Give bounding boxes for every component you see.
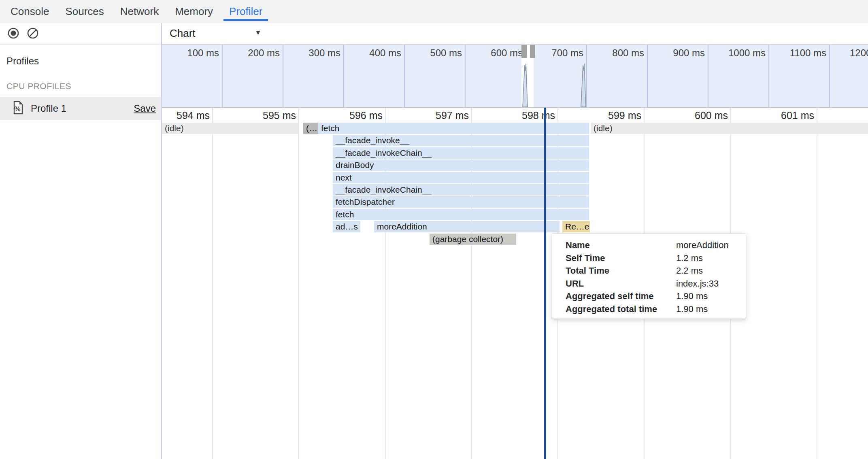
flame-frame-facade-invokechain[interactable]: __facade_invokeChain__ (333, 184, 589, 196)
cpu-activity-spikes (162, 45, 868, 108)
profile-name: Profile 1 (31, 103, 66, 114)
tooltip-value: 1.2 ms (676, 252, 738, 265)
timeline-overview[interactable]: 100 ms200 ms300 ms400 ms500 ms600 ms700 … (162, 45, 868, 108)
profiles-heading: Profiles (6, 55, 161, 67)
flame-frame-facade-invokechain[interactable]: __facade_invokeChain__ (333, 147, 589, 159)
sidebar-item-profile-1[interactable]: % Profile 1 Save (0, 97, 161, 120)
tooltip-value: 2.2 ms (676, 264, 738, 277)
ruler-tick-label: 596 ms (316, 110, 383, 121)
ruler-tick-label: 595 ms (230, 110, 296, 121)
profiler-main-pane: Chart ▼ 100 ms200 ms300 ms400 ms500 ms60… (162, 23, 868, 459)
tab-console[interactable]: Console (5, 0, 55, 23)
cpu-profiles-section-heading: CPU PROFILES (6, 81, 161, 91)
svg-text:%: % (14, 105, 20, 113)
tooltip-value: 1.90 ms (676, 290, 738, 303)
flame-frame-next[interactable]: next (333, 172, 589, 183)
time-gridline (212, 108, 213, 459)
tooltip-row: Self Time1.2 ms (566, 252, 738, 265)
profiler-toolbar (0, 23, 161, 45)
tooltip-label: Aggregated self time (566, 290, 676, 303)
flame-frame-moreaddition[interactable]: moreAddition (374, 221, 560, 232)
ruler-tick-label: 594 ms (162, 110, 210, 121)
tooltip-value: moreAddition (676, 239, 738, 252)
flame-frame-fetch[interactable]: fetch (318, 123, 589, 134)
frame-tooltip: NamemoreAdditionSelf Time1.2 msTotal Tim… (552, 234, 746, 319)
tooltip-label: Total Time (566, 264, 676, 277)
ruler-tick-label: 600 ms (662, 110, 728, 121)
flame-frame-fetchdispatcher[interactable]: fetchDispatcher (333, 196, 589, 208)
tooltip-row: Aggregated self time1.90 ms (566, 290, 738, 303)
view-mode-select[interactable]: Chart (170, 27, 196, 40)
tooltip-label: Self Time (566, 252, 676, 265)
tab-memory[interactable]: Memory (169, 0, 219, 23)
save-link[interactable]: Save (134, 103, 156, 114)
tooltip-row: URLindex.js:33 (566, 277, 738, 290)
clear-icon (27, 27, 39, 41)
tab-bar: ConsoleSourcesNetworkMemoryProfiler (0, 0, 868, 23)
flame-frame-facade-invoke[interactable]: __facade_invoke__ (333, 135, 589, 146)
sidebar: Profiles CPU PROFILES % Profile 1 Save (0, 23, 162, 459)
flame-frame-re-e[interactable]: Re…e (562, 221, 590, 232)
chevron-down-icon: ▼ (255, 29, 262, 37)
tooltip-value: index.js:33 (676, 277, 738, 290)
tab-sources[interactable]: Sources (60, 0, 109, 23)
flame-frame-idle[interactable]: (idle) (591, 123, 868, 134)
tab-network[interactable]: Network (115, 0, 164, 23)
flame-frame-ad-s[interactable]: ad…s (333, 221, 360, 232)
profile-document-icon: % (13, 101, 23, 116)
tooltip-row: Aggregated total time1.90 ms (566, 303, 738, 316)
flame-frame-fetch[interactable]: fetch (333, 209, 589, 220)
tooltip-label: URL (566, 277, 676, 290)
tooltip-label: Name (566, 239, 676, 252)
tooltip-value: 1.90 ms (676, 303, 738, 316)
view-mode-row: Chart ▼ (162, 23, 868, 45)
tab-profiler[interactable]: Profiler (223, 0, 268, 23)
playhead-marker-line (544, 108, 546, 459)
ruler-tick-label: 601 ms (748, 110, 814, 121)
tooltip-label: Aggregated total time (566, 303, 676, 316)
flame-frame-[interactable]: (… (303, 123, 318, 134)
ruler-tick-label: 597 ms (402, 110, 469, 121)
time-gridline (298, 108, 299, 459)
time-gridline (817, 108, 817, 459)
tooltip-row: Total Time2.2 ms (566, 264, 738, 277)
flame-frame-drainbody[interactable]: drainBody (333, 159, 589, 171)
flame-frame-idle[interactable]: (idle) (162, 123, 298, 134)
clear-button[interactable] (27, 28, 39, 40)
ruler-tick-label: 599 ms (575, 110, 641, 121)
record-icon (7, 27, 19, 41)
record-button[interactable] (7, 28, 19, 40)
flame-frame-garbage-collector[interactable]: (garbage collector) (430, 234, 516, 245)
tooltip-row: NamemoreAddition (566, 239, 738, 252)
